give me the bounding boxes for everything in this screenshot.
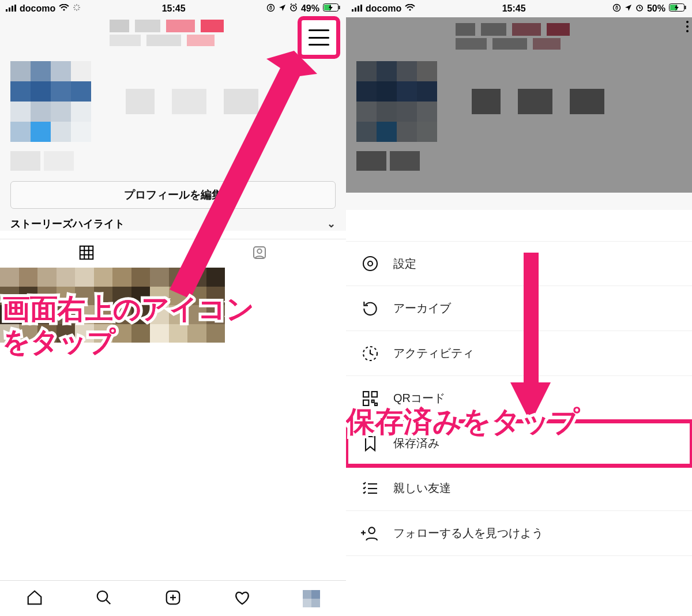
clock: 15:45 — [162, 3, 186, 14]
annotation-arrow-right — [507, 253, 554, 426]
svg-marker-29 — [170, 51, 317, 299]
more-dots-icon[interactable] — [686, 21, 689, 32]
annotation-text-left: 画面右上のアイコン画面右上のアイコン をタップをタップ — [2, 293, 254, 358]
svg-rect-22 — [80, 246, 93, 259]
svg-point-39 — [409, 9, 411, 10]
svg-rect-2 — [12, 6, 13, 12]
menu-label: 親しい友達 — [393, 480, 451, 496]
signal-icon — [6, 3, 16, 14]
menu-item-discover[interactable]: フォローする人を見つけよう — [346, 511, 692, 556]
battery-percent: 49% — [301, 3, 319, 14]
screen-profile: docomo 15:45 49% — [0, 0, 346, 616]
svg-point-47 — [363, 257, 377, 271]
story-highlights-label: ストーリーズハイライト — [10, 217, 125, 231]
menu-label: 設定 — [393, 256, 416, 272]
svg-rect-37 — [358, 6, 359, 12]
status-bar: docomo 15:45 50% — [346, 0, 692, 17]
wifi-icon — [405, 3, 415, 14]
grid-tab-icon[interactable] — [78, 244, 95, 264]
home-icon[interactable] — [26, 589, 43, 609]
svg-point-40 — [613, 4, 620, 11]
svg-line-17 — [291, 4, 292, 5]
svg-rect-38 — [360, 5, 362, 12]
gear-icon — [361, 254, 379, 273]
activity-heart-icon[interactable] — [234, 589, 251, 609]
clock: 15:45 — [502, 3, 526, 14]
svg-rect-53 — [372, 400, 374, 402]
svg-rect-50 — [363, 392, 368, 397]
location-icon — [279, 3, 286, 14]
screen-menu: docomo 15:45 50% — [346, 0, 692, 616]
menu-label: アーカイブ — [393, 301, 451, 316]
svg-rect-3 — [14, 5, 16, 12]
svg-line-11 — [78, 5, 79, 6]
activity-icon — [361, 344, 379, 363]
avatar-mosaic — [10, 61, 91, 142]
hamburger-icon — [309, 29, 329, 46]
archive-icon — [361, 299, 379, 318]
carrier-label: docomo — [20, 3, 55, 14]
close-friends-icon — [361, 479, 379, 498]
orientation-lock-icon — [612, 3, 621, 14]
svg-rect-61 — [524, 253, 539, 385]
svg-rect-46 — [685, 6, 686, 9]
battery-icon — [669, 3, 686, 14]
svg-rect-51 — [372, 392, 377, 397]
signal-icon — [352, 3, 362, 14]
svg-line-12 — [74, 9, 76, 10]
svg-rect-21 — [339, 6, 340, 9]
svg-point-13 — [267, 4, 274, 11]
location-icon — [625, 3, 632, 14]
annotation-arrow-left — [144, 45, 317, 310]
bottom-nav — [0, 580, 346, 616]
svg-line-10 — [78, 9, 79, 10]
menu-item-close-friends[interactable]: 親しい友達 — [346, 466, 692, 511]
carrier-label: docomo — [366, 3, 401, 14]
battery-icon — [323, 3, 340, 14]
annotation-text-right: 保存済みをタップ 保存済みをタップ — [346, 403, 580, 441]
profile-nav-avatar[interactable] — [303, 590, 320, 607]
svg-rect-35 — [352, 9, 353, 12]
svg-point-48 — [368, 261, 373, 266]
svg-line-18 — [295, 4, 296, 5]
svg-line-9 — [74, 5, 76, 6]
svg-line-31 — [106, 599, 111, 604]
svg-point-58 — [368, 527, 375, 534]
svg-point-4 — [63, 9, 65, 10]
loading-icon — [73, 3, 81, 14]
username-mosaic — [110, 20, 224, 46]
add-person-icon — [361, 524, 379, 543]
new-post-icon[interactable] — [164, 589, 182, 609]
svg-point-30 — [97, 591, 108, 601]
battery-percent: 50% — [647, 3, 665, 14]
menu-label: フォローする人を見つけよう — [393, 525, 543, 541]
wifi-icon — [59, 3, 69, 14]
alarm-icon — [635, 3, 644, 14]
svg-rect-0 — [6, 9, 7, 12]
orientation-lock-icon — [266, 3, 275, 14]
status-bar: docomo 15:45 49% — [0, 0, 346, 17]
search-icon[interactable] — [95, 589, 112, 609]
alarm-icon — [289, 3, 298, 14]
menu-label: アクティビティ — [393, 345, 474, 361]
svg-rect-1 — [9, 7, 10, 12]
svg-rect-36 — [355, 7, 356, 12]
chevron-down-icon: ⌄ — [327, 217, 336, 230]
